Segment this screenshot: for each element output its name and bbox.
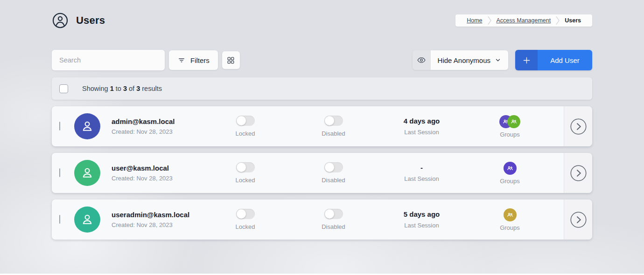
search-input[interactable] (52, 50, 165, 70)
group-badges (504, 162, 517, 175)
page-title: Users (76, 14, 105, 27)
grid-icon (226, 56, 235, 65)
disabled-label: Disabled (322, 177, 345, 184)
results-from: 1 (110, 85, 114, 92)
locked-toggle[interactable] (236, 116, 255, 126)
plus-icon-segment (515, 50, 538, 70)
group-badge[interactable] (504, 208, 517, 221)
group-badges (499, 115, 520, 128)
table-row: user@kasm.local Created: Nov 28, 2023 Lo… (52, 153, 592, 193)
results-bar: Showing 1 to 3 of 3 results (52, 77, 592, 100)
filter-lines-icon (177, 56, 186, 64)
row-main: useradmin@kasm.local Created: Nov 28, 20… (52, 199, 564, 240)
select-all-checkbox[interactable] (59, 84, 68, 93)
row-checkbox[interactable] (59, 122, 60, 131)
grid-view-button[interactable] (222, 51, 240, 69)
person-icon (80, 212, 95, 227)
filters-button[interactable]: Filters (169, 50, 218, 70)
row-detail-button[interactable] (564, 199, 592, 240)
page-header: Users Home Access Management Users (52, 12, 592, 29)
disabled-label: Disabled (322, 130, 345, 137)
chevron-right-circle-icon (570, 211, 587, 228)
breadcrumb-users: Users (560, 17, 586, 24)
chevron-right-circle-icon (570, 118, 587, 135)
chevron-down-icon (495, 57, 501, 63)
groups-label: Groups (500, 224, 520, 231)
group-badges (504, 208, 517, 221)
chevron-separator-icon (555, 16, 560, 25)
add-user-button[interactable]: Add User (515, 50, 592, 70)
user-created: Created: Nov 28, 2023 (112, 128, 201, 135)
avatar (74, 113, 100, 139)
row-detail-button[interactable] (564, 153, 592, 193)
disabled-label: Disabled (322, 223, 345, 230)
breadcrumb-home[interactable]: Home (462, 17, 487, 24)
avatar (74, 206, 100, 233)
locked-toggle[interactable] (236, 162, 255, 172)
avatar (74, 160, 100, 186)
row-checkbox[interactable] (59, 168, 60, 177)
disabled-toggle[interactable] (324, 209, 343, 219)
last-session-value: 5 days ago (404, 210, 440, 218)
results-summary: Showing 1 to 3 of 3 results (82, 85, 162, 92)
table-row: admin@kasm.local Created: Nov 28, 2023 L… (52, 106, 592, 146)
locked-label: Locked (236, 223, 255, 230)
visibility-dropdown-main[interactable]: Hide Anonymous (431, 50, 508, 70)
people-group-icon (510, 118, 518, 125)
breadcrumb: Home Access Management Users (455, 14, 592, 27)
locked-label: Locked (236, 130, 255, 137)
row-checkbox[interactable] (59, 215, 60, 224)
user-email: useradmin@kasm.local (112, 211, 201, 219)
eye-icon (417, 55, 426, 65)
chevron-separator-icon (487, 16, 492, 25)
chevron-right-circle-icon (570, 165, 587, 182)
disabled-toggle[interactable] (324, 162, 343, 172)
last-session-value: - (420, 164, 423, 172)
groups-label: Groups (500, 178, 520, 185)
row-main: user@kasm.local Created: Nov 28, 2023 Lo… (52, 153, 564, 193)
toolbar-right: Hide Anonymous Add User (413, 50, 592, 70)
users-page: Users Home Access Management Users Filte… (0, 12, 644, 240)
user-created: Created: Nov 28, 2023 (112, 221, 201, 228)
people-group-icon (506, 211, 514, 219)
user-created: Created: Nov 28, 2023 (112, 175, 201, 182)
user-email: admin@kasm.local (112, 117, 201, 125)
table-row: useradmin@kasm.local Created: Nov 28, 20… (52, 199, 592, 240)
locked-toggle[interactable] (236, 209, 255, 219)
user-circle-icon (52, 12, 69, 29)
visibility-label: Hide Anonymous (438, 56, 490, 64)
person-icon (80, 165, 95, 180)
last-session-label: Last Session (404, 175, 439, 182)
results-to: 3 (123, 85, 127, 92)
last-session-label: Last Session (404, 129, 439, 136)
user-email: user@kasm.local (112, 164, 201, 172)
locked-label: Locked (236, 177, 255, 184)
row-detail-button[interactable] (564, 106, 592, 146)
visibility-dropdown[interactable]: Hide Anonymous (413, 50, 508, 70)
toolbar: Filters Hide Anonymous Add User (52, 50, 592, 70)
people-group-icon (506, 165, 514, 172)
add-user-label: Add User (538, 50, 592, 70)
results-total: 3 (136, 85, 140, 92)
eye-icon-segment[interactable] (413, 50, 431, 70)
page-title-wrap: Users (52, 12, 105, 29)
breadcrumb-access-management[interactable]: Access Management (492, 17, 556, 24)
row-main: admin@kasm.local Created: Nov 28, 2023 L… (52, 106, 564, 146)
group-badge[interactable] (504, 162, 517, 175)
last-session-label: Last Session (404, 222, 439, 229)
plus-icon (522, 55, 532, 65)
group-badge[interactable] (507, 115, 520, 128)
disabled-toggle[interactable] (324, 116, 343, 126)
groups-label: Groups (500, 131, 520, 138)
filters-label: Filters (190, 56, 210, 64)
person-icon (80, 119, 95, 134)
last-session-value: 4 days ago (404, 117, 440, 125)
